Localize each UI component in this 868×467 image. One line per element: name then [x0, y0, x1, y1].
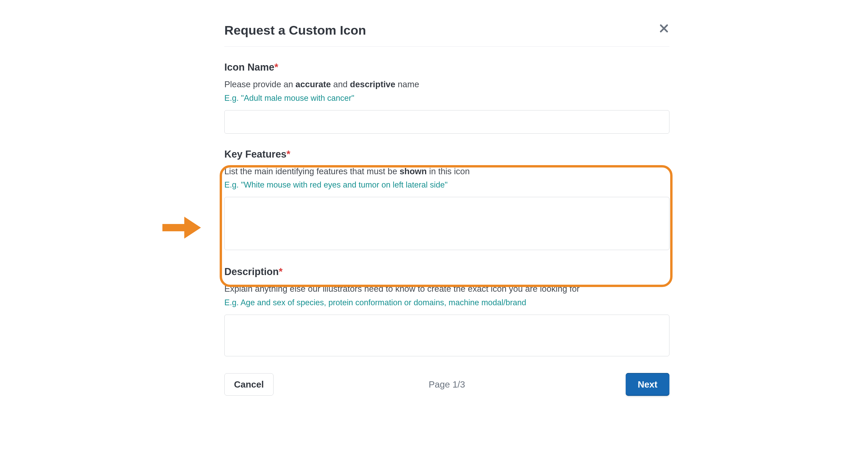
required-asterisk: * [286, 149, 290, 160]
required-asterisk: * [274, 62, 278, 73]
page-indicator: Page 1/3 [429, 379, 465, 390]
icon-name-label-text: Icon Name [224, 62, 274, 73]
key-features-label-text: Key Features [224, 149, 286, 160]
icon-name-label: Icon Name* [224, 62, 670, 73]
icon-name-example: E.g. "Adult male mouse with cancer" [224, 93, 670, 103]
request-custom-icon-modal: Request a Custom Icon Icon Name* Please … [224, 23, 670, 396]
modal-header: Request a Custom Icon [224, 23, 670, 47]
close-icon [658, 23, 670, 34]
key-features-input[interactable] [224, 197, 670, 250]
modal-title: Request a Custom Icon [224, 23, 366, 37]
description-section: Description* Explain anything else our i… [224, 266, 670, 357]
icon-name-input[interactable] [224, 110, 670, 134]
annotation-arrow-icon [162, 217, 201, 239]
icon-name-section: Icon Name* Please provide an accurate an… [224, 62, 670, 134]
key-features-label: Key Features* [224, 149, 670, 160]
required-asterisk: * [279, 266, 283, 277]
description-label-text: Description [224, 266, 279, 277]
key-features-help: List the main identifying features that … [224, 166, 670, 177]
cancel-button[interactable]: Cancel [224, 373, 274, 396]
description-help: Explain anything else our illustrators n… [224, 283, 670, 295]
close-button[interactable] [657, 21, 671, 35]
key-features-section: Key Features* List the main identifying … [224, 149, 670, 251]
description-input[interactable] [224, 315, 670, 356]
icon-name-help: Please provide an accurate and descripti… [224, 79, 670, 90]
description-label: Description* [224, 266, 670, 278]
key-features-example: E.g. "White mouse with red eyes and tumo… [224, 180, 670, 189]
next-button[interactable]: Next [626, 373, 670, 396]
description-example: E.g. Age and sex of species, protein con… [224, 298, 670, 307]
modal-footer: Cancel Page 1/3 Next [224, 373, 670, 396]
